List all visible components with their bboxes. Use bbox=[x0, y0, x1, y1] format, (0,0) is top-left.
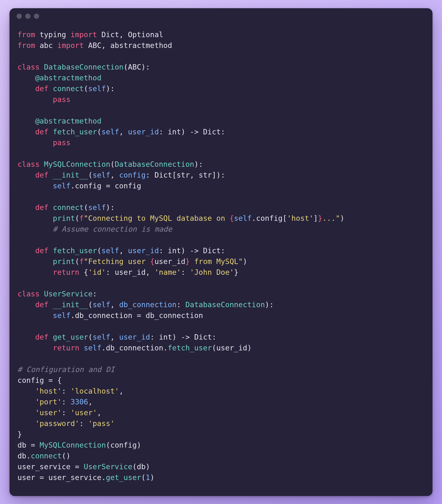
code-token bbox=[48, 333, 53, 341]
code-token: return bbox=[53, 343, 79, 352]
code-token: , bbox=[88, 397, 93, 406]
code-token bbox=[17, 397, 35, 406]
code-token: : bbox=[181, 268, 190, 276]
code-token: self bbox=[234, 214, 252, 222]
traffic-light-zoom-icon[interactable] bbox=[34, 14, 39, 19]
code-token bbox=[17, 246, 35, 255]
code-token bbox=[17, 214, 53, 222]
code-token: ( bbox=[110, 160, 115, 168]
code-token: 1 bbox=[146, 473, 150, 482]
code-token: db bbox=[17, 451, 26, 460]
code-token: import bbox=[57, 41, 84, 50]
code-token: , bbox=[102, 41, 110, 50]
code-token bbox=[17, 419, 35, 428]
code-token: ( bbox=[212, 343, 216, 352]
traffic-light-minimize-icon[interactable] bbox=[25, 14, 31, 19]
code-token bbox=[35, 41, 39, 50]
code-token: ( bbox=[75, 257, 79, 266]
code-token bbox=[17, 268, 53, 276]
code-token: config bbox=[115, 181, 141, 190]
code-token: abc bbox=[39, 41, 53, 50]
code-token: , bbox=[190, 171, 199, 179]
code-token: pass bbox=[53, 95, 70, 104]
code-token: . bbox=[26, 451, 31, 460]
code-token: ABC bbox=[88, 41, 102, 50]
code-token: @abstractmethod bbox=[35, 117, 102, 125]
code-token: str bbox=[199, 171, 212, 179]
code-token: MySQLConnection bbox=[39, 441, 106, 449]
code-token: = bbox=[26, 441, 39, 449]
page-background: from typing import Dict, Optional from a… bbox=[0, 0, 442, 504]
code-token: , bbox=[119, 127, 128, 136]
code-token: from MySQL" bbox=[190, 257, 243, 266]
code-token: db bbox=[17, 441, 26, 449]
code-token: MySQLConnection bbox=[44, 160, 110, 168]
code-token: ) bbox=[247, 343, 252, 352]
code-token: fetch_user bbox=[168, 343, 212, 352]
code-token: __init__ bbox=[53, 300, 88, 309]
code-token: config bbox=[75, 181, 102, 190]
code-token: ( bbox=[106, 441, 110, 449]
window-titlebar bbox=[10, 8, 432, 24]
code-token: Dict bbox=[102, 30, 119, 39]
code-token: ) bbox=[137, 441, 141, 449]
code-token: [ bbox=[283, 214, 287, 222]
code-token: Dict bbox=[203, 246, 221, 255]
code-token bbox=[17, 408, 35, 417]
code-token: def bbox=[35, 246, 48, 255]
code-token: : bbox=[150, 333, 159, 341]
code-token: , bbox=[110, 171, 119, 179]
code-token: ] bbox=[314, 214, 318, 222]
code-token: int bbox=[168, 127, 181, 136]
code-token: 'user' bbox=[70, 408, 97, 417]
code-token: user_id bbox=[154, 257, 185, 266]
code-token: 'pass' bbox=[88, 419, 115, 428]
code-token: user_id bbox=[119, 333, 150, 341]
code-token: # Configuration and DI bbox=[17, 365, 115, 374]
code-token bbox=[17, 117, 35, 125]
traffic-light-close-icon[interactable] bbox=[17, 14, 22, 19]
code-token: = { bbox=[44, 376, 62, 385]
code-token: Dict bbox=[194, 333, 212, 341]
code-token: DatabaseConnection bbox=[185, 300, 265, 309]
code-token bbox=[17, 138, 53, 147]
code-token: user_id bbox=[128, 127, 159, 136]
code-token bbox=[48, 84, 53, 93]
code-token: : bbox=[62, 387, 70, 395]
code-token: [ bbox=[172, 171, 177, 179]
code-token: connect bbox=[53, 203, 84, 212]
code-token: abstractmethod bbox=[110, 41, 172, 50]
code-token: : bbox=[62, 397, 70, 406]
code-token: Optional bbox=[128, 30, 163, 39]
code-token: @abstractmethod bbox=[35, 73, 102, 82]
code-token: ( bbox=[84, 203, 88, 212]
code-token: pass bbox=[53, 138, 70, 147]
code-token: ABC bbox=[128, 63, 141, 71]
code-token: , bbox=[119, 30, 128, 39]
code-token: 'localhost' bbox=[70, 387, 119, 395]
code-token bbox=[17, 171, 35, 179]
code-token: return bbox=[53, 268, 79, 276]
code-token: def bbox=[35, 203, 48, 212]
code-token: Dict bbox=[154, 171, 172, 179]
code-token: : bbox=[93, 289, 97, 298]
code-token: def bbox=[35, 84, 48, 93]
code-token: ) -> bbox=[181, 246, 203, 255]
code-token: ) bbox=[150, 473, 154, 482]
code-token: import bbox=[70, 30, 97, 39]
code-token bbox=[39, 160, 44, 168]
code-token: class bbox=[17, 63, 39, 71]
code-token bbox=[84, 41, 88, 50]
code-token: class bbox=[17, 160, 39, 168]
code-token: def bbox=[35, 127, 48, 136]
code-token bbox=[17, 333, 35, 341]
code-token bbox=[39, 63, 44, 71]
code-token: ) bbox=[146, 462, 150, 471]
code-token: ( bbox=[88, 300, 93, 309]
code-token: } bbox=[185, 257, 190, 266]
code-token: user_id bbox=[128, 246, 159, 255]
code-editor[interactable]: from typing import Dict, Optional from a… bbox=[10, 24, 432, 496]
code-token: = bbox=[70, 462, 84, 471]
code-token: : bbox=[146, 171, 154, 179]
code-token: 'host' bbox=[287, 214, 314, 222]
